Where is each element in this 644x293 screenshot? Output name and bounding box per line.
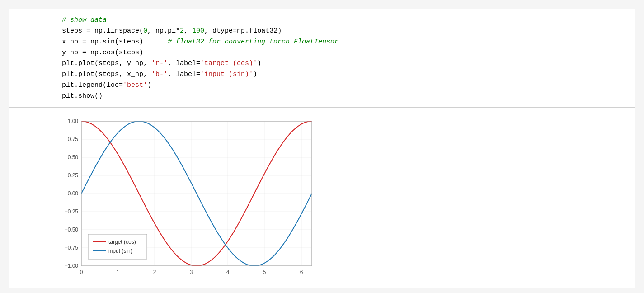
svg-text:−1.00: −1.00 <box>65 263 79 269</box>
svg-text:input (sin): input (sin) <box>108 248 132 254</box>
chart-container: 1.00 0.75 0.50 0.25 0.00 −0.25 −0.50 −0.… <box>54 112 325 284</box>
output-area: 1.00 0.75 0.50 0.25 0.00 −0.25 −0.50 −0.… <box>9 108 635 288</box>
svg-text:3: 3 <box>190 269 193 275</box>
svg-text:0.75: 0.75 <box>68 136 79 142</box>
svg-rect-33 <box>88 234 147 259</box>
svg-text:−0.25: −0.25 <box>65 208 79 215</box>
svg-text:−0.75: −0.75 <box>65 245 79 251</box>
cell-label <box>9 9 55 20</box>
svg-text:1.00: 1.00 <box>68 118 79 124</box>
svg-text:target (cos): target (cos) <box>108 239 136 245</box>
svg-text:5: 5 <box>263 269 266 275</box>
cell-code-content: # show datasteps = np.linspace(0, np.pi*… <box>55 9 635 107</box>
svg-text:0.25: 0.25 <box>68 172 79 179</box>
svg-text:−0.50: −0.50 <box>65 227 79 233</box>
plot-svg: 1.00 0.75 0.50 0.25 0.00 −0.25 −0.50 −0.… <box>54 112 325 284</box>
svg-text:4: 4 <box>226 269 230 275</box>
svg-text:0.00: 0.00 <box>68 190 79 197</box>
svg-text:2: 2 <box>153 269 156 275</box>
code-cell: # show datasteps = np.linspace(0, np.pi*… <box>9 9 635 108</box>
svg-text:0.50: 0.50 <box>68 154 79 161</box>
svg-text:0: 0 <box>80 269 83 275</box>
svg-text:1: 1 <box>117 269 120 275</box>
svg-text:6: 6 <box>300 269 303 275</box>
